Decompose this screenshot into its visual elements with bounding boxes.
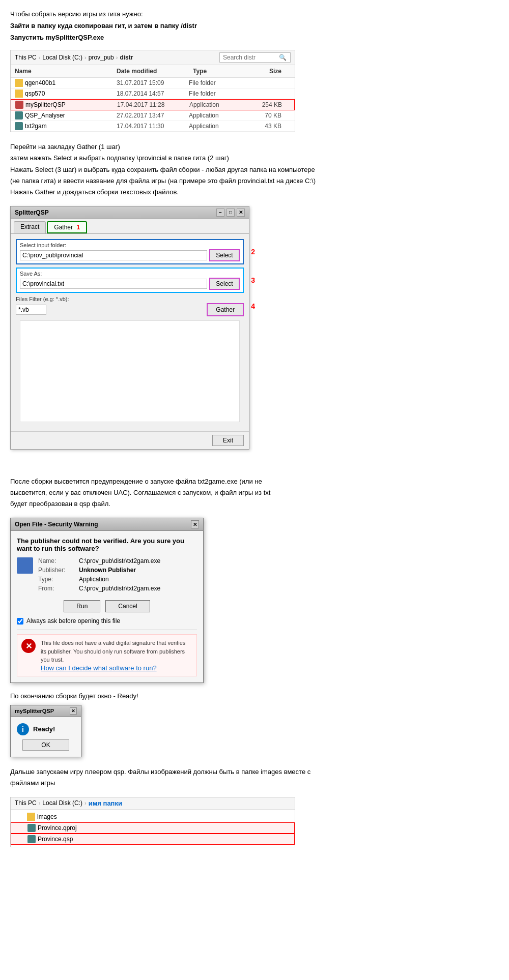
window-content-area [20,320,240,422]
breadcrumb-prov-pub[interactable]: prov_pub [89,54,114,61]
app-icon [15,111,23,120]
dialog-close-button[interactable]: ✕ [191,520,199,528]
run-button[interactable]: Run [64,600,100,612]
tab-extract[interactable]: Extract [14,221,46,233]
final-line1: Дальше запускаем игру плеером qsp. Файлы… [10,766,397,778]
tab-gather[interactable]: Gather 1 [47,221,87,233]
final-line2: файлами игры [10,778,397,789]
section2-line5: Нажать Gather и дождаться сборки текстов… [10,187,397,198]
explorer-search-box[interactable]: 🔍 [219,52,291,63]
dialog-warning-header: The publisher could not be verified. Are… [17,537,197,552]
gather-button[interactable]: Gather [207,303,244,316]
cancel-button[interactable]: Cancel [105,600,150,612]
maximize-button[interactable]: □ [227,209,235,217]
breadcrumb-distr[interactable]: distr [120,54,133,61]
explorer-toolbar-2: This PC › Local Disk (C:) › имя папки [11,797,295,810]
ok-button[interactable]: OK [22,739,69,751]
breadcrumb-this-pc[interactable]: This PC [15,54,37,61]
explorer-window-1: This PC › Local Disk (C:) › prov_pub › d… [10,50,295,132]
save-as-field[interactable] [20,279,207,289]
save-as-row: Select [20,278,240,290]
intro-line1: Чтобы собрать версию игры из гита нужно: [10,9,397,20]
window-footer: Exit [11,431,249,449]
search-icon: 🔍 [279,54,287,61]
search-input[interactable] [223,54,279,61]
minimize-button[interactable]: − [216,209,224,217]
name-value: C:\prov_pub\distr\txt2gam.exe [79,557,160,565]
app-icon [27,824,36,832]
ready-close-button[interactable]: ✕ [70,707,77,715]
close-button[interactable]: ✕ [237,209,245,217]
publisher-value: Unknown Publisher [79,567,136,574]
table-row[interactable]: images [11,812,295,822]
folder-icon [15,79,23,87]
after-line1: После сборки высветится предупреждение о… [10,476,397,487]
from-label: From: [38,585,79,592]
explorer2-rows: images Province.qproj Province.qsp [11,810,295,847]
table-row-province-qproj[interactable]: Province.qproj [11,822,295,834]
col-header-name: Name [11,67,112,76]
intro-line3: Запустить mySplitterQSP.exe [10,33,397,43]
type-value: Application [79,576,109,583]
select-save-button[interactable]: Select [209,278,240,290]
dialog-divider [17,630,197,630]
explorer-toolbar: This PC › Local Disk (C:) › prov_pub › d… [11,50,295,65]
dialog-top-section: Name: C:\prov_pub\distr\txt2gam.exe Publ… [17,557,197,594]
table-row[interactable]: QSP_Analyser 27.02.2017 13:47 Applicatio… [11,110,295,121]
dialog-titlebar: Open File - Security Warning ✕ [11,518,203,531]
number-badge-2: 2 [251,248,255,256]
breadcrumb-2: This PC › Local Disk (C:) › имя папки [15,799,291,807]
breadcrumb-sep3: › [116,54,118,61]
select-input-field[interactable] [20,250,207,260]
warning-content: This file does not have a valid digital … [41,639,192,672]
explorer-header: Name Date modified Type Size [11,65,295,78]
intro-line2: Зайти в папку куда скопирован гит, и зат… [10,21,397,32]
tab-extract-label: Extract [20,223,39,230]
after-line2: высветится, если у вас отключен UAC). Со… [10,487,397,498]
table-row[interactable]: qsp570 18.07.2014 14:57 File folder [11,88,295,99]
breadcrumb2-local-disk[interactable]: Local Disk (C:) [42,799,82,807]
table-row[interactable]: qgen400b1 31.07.2017 15:09 File folder [11,78,295,88]
select-input-button[interactable]: Select [209,249,240,261]
dialog-type-row: Type: Application [38,576,197,583]
info-icon: i [17,723,29,735]
table-row-province-qsp[interactable]: Province.qsp [11,834,295,845]
after-assembly-section: После сборки высветится предупреждение о… [10,476,397,510]
checkbox-row: Always ask before opening this file [17,617,197,625]
warning-icon: ✕ [21,639,36,653]
publisher-label: Publisher: [38,567,79,574]
breadcrumb2-this-pc[interactable]: This PC [15,799,37,807]
dialog-title: Open File - Security Warning [15,521,98,528]
splitter-window: SplitterQSP − □ ✕ Extract Gather 1 [10,206,249,450]
ready-message: Ready! [33,725,55,733]
dialog-info-table: Name: C:\prov_pub\distr\txt2gam.exe Publ… [38,557,197,594]
dialog-name-row: Name: C:\prov_pub\distr\txt2gam.exe [38,557,197,565]
dialog-warning-section: ✕ This file does not have a valid digita… [17,634,197,676]
exit-button[interactable]: Exit [212,435,244,446]
security-warning-dialog: Open File - Security Warning ✕ The publi… [10,518,204,683]
col-header-size: Size [245,67,286,76]
name-label: Name: [38,557,79,565]
section2-line2: затем нажать Select и выбрать подпапку \… [10,153,397,164]
filter-input[interactable] [16,305,46,315]
ready-section: По окончанию сборки будет окно - Ready! … [10,692,397,757]
tab-number-1: 1 [76,224,80,231]
table-row[interactable]: txt2gam 17.04.2017 11:30 Application 43 … [11,121,295,132]
from-value: C:\prov_pub\distr\txt2gam.exe [79,585,160,592]
section2-instructions: Перейти на закладку Gather (1 шаг) затем… [10,141,397,197]
always-ask-checkbox[interactable] [17,618,23,625]
ready-dialog: mySplitterQSP ✕ i Ready! OK [10,705,81,757]
breadcrumb2-folder-name[interactable]: имя папки [89,799,122,807]
window-titlebar: SplitterQSP − □ ✕ [11,206,249,219]
folder-icon [15,90,23,98]
warning-link[interactable]: How can I decide what software to run? [41,664,192,672]
breadcrumb-local-disk[interactable]: Local Disk (C:) [42,54,82,61]
ready-icon-row: i Ready! [17,723,75,735]
ready-titlebar: mySplitterQSP ✕ [11,705,81,717]
type-label: Type: [38,576,79,583]
col-header-date: Date modified [112,67,189,76]
section2-line1: Перейти на закладку Gather (1 шаг) [10,141,397,153]
file-icon [17,557,33,574]
table-row-mysplitterqsp[interactable]: mySplitterQSP 17.04.2017 11:28 Applicati… [11,99,295,110]
col-header-type: Type [189,67,245,76]
